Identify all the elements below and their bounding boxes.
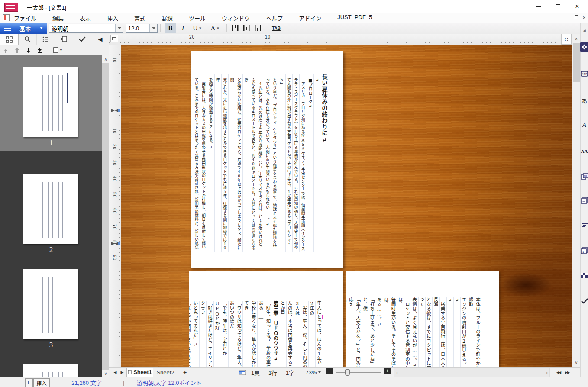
- text-column[interactable]: エンジンの噴射口が2機見える。↵: [453, 297, 468, 367]
- document-copies-icon[interactable]: [580, 196, 588, 205]
- slider-track[interactable]: [336, 372, 381, 373]
- vertical-scrollbar[interactable]: ∧ ∨: [572, 34, 581, 367]
- outline-tool-icon[interactable]: [580, 221, 588, 230]
- font-size-tool-icon[interactable]: AA: [580, 146, 588, 155]
- text-column[interactable]: 「でも、時生は、宇宙とかUFOとか好: [213, 301, 228, 367]
- scroll-down-button[interactable]: ∨: [572, 358, 581, 366]
- dropdown-button[interactable]: [149, 24, 157, 32]
- text-column[interactable]: ロケットと交信する管制室の中には、: [397, 297, 411, 367]
- menu-item[interactable]: 表示: [80, 14, 91, 22]
- move-first-button[interactable]: [0, 47, 11, 53]
- text-column[interactable]: アメリカ・フロリダ州にあるNASAケネディ宇宙センターでは、恒星間宇宙船（インタ…: [299, 74, 306, 252]
- page-number-tool-icon[interactable]: 1-: [580, 246, 588, 255]
- ruler-corner-icon[interactable]: [110, 35, 118, 42]
- tab-button[interactable]: TAB: [269, 23, 284, 33]
- text-column[interactable]: 発射台には、大きなカメの甲羅を思わせる楕円形状のロケットが待機し、朝日を反射して…: [200, 74, 207, 252]
- scrollbar-thumb[interactable]: [573, 43, 580, 82]
- date-tool-icon[interactable]: 112: [580, 69, 588, 78]
- horizontal-scrollbar[interactable]: ‹ ›: [394, 368, 550, 377]
- close-button[interactable]: ×: [568, 0, 587, 13]
- text-column[interactable]: 学校に着くなり、隼人が話しかけてき: [242, 301, 257, 367]
- text-column[interactable]: て太陽系の外に飛び出す有人宇宙ロケットだ。その行き先は、4光年先にある「プロキシ…: [278, 74, 292, 252]
- page-boundary-marker[interactable]: [111, 242, 120, 246]
- move-down-button[interactable]: [23, 47, 34, 53]
- text-column[interactable]: 搭乗する宇宙飛行士は、日本人の長瀬: [432, 297, 446, 367]
- text-column[interactable]: 笹岡時生がいる。そしてそのそばには、: [383, 297, 397, 367]
- text-column[interactable]: 表情は、よく見えないが……。↵: [411, 297, 418, 367]
- sheet-tab-2[interactable]: Sheet2: [153, 368, 178, 377]
- just-palette-icon[interactable]: [580, 42, 588, 52]
- panel-collapse-button[interactable]: ◀: [91, 34, 109, 45]
- text-column[interactable]: 第三章 ＵＦＯのウワサ↵: [271, 301, 279, 367]
- text-column[interactable]: っている。水の存在も分かっていて、人間に近い生物がいるかもしれない――。↵: [264, 74, 271, 252]
- pattern-tool-icon[interactable]: [580, 271, 588, 280]
- menu-item[interactable]: 挿入: [107, 14, 118, 22]
- text-column[interactable]: を越える時間が経過することになる。↵: [207, 74, 214, 252]
- text-column[interactable]: ある……。↵: [376, 297, 383, 367]
- document-page-1[interactable]: 長い夏休みの終わりに↵↵■プロローグ↵ アメリカ・フロリダ州にあるNASAケネデ…: [191, 51, 343, 268]
- text-column[interactable]: 「なんだか面倒くさいな。時生の言って: [189, 301, 192, 367]
- text-column[interactable]: いと思ってるんだ」↵: [192, 301, 199, 367]
- menu-item[interactable]: ウィンドウ: [222, 14, 250, 22]
- move-up-button[interactable]: [11, 47, 23, 53]
- zoom-in-button[interactable]: +: [384, 368, 391, 374]
- page-boundary-marker[interactable]: [111, 108, 120, 113]
- font-name-select[interactable]: 游明朝: [49, 24, 123, 33]
- zoom-slider[interactable]: [335, 368, 383, 377]
- proof-tool-icon[interactable]: [580, 297, 588, 306]
- scroll-up-button[interactable]: ∧: [572, 35, 581, 42]
- thumbnail-page-2[interactable]: 2: [0, 162, 102, 258]
- menu-item[interactable]: ヘルプ: [266, 14, 283, 22]
- text-column[interactable]: テラ・スペースクラフト）を打ち上げる準備が進んでいる。これは周知の通り、人類史上…: [292, 74, 299, 252]
- text-column[interactable]: 4光年とは、光の速度で4年かかる距離のこと。宇宙サイズで考えれば、とても近いけれ…: [257, 74, 264, 252]
- add-sheet-button[interactable]: +: [180, 368, 190, 377]
- preset-selector[interactable]: 基本 ▼: [0, 23, 47, 34]
- thumbnail-page-3[interactable]: 3: [0, 258, 102, 353]
- text-column[interactable]: 発された、光に近い速度を出すことができるロケットでも片道5年、往復する間に地球で…: [214, 74, 229, 252]
- text-column[interactable]: という星だ。「プロキシマ・ケンタウリ」という恒星をまわる惑星で、地球とよく似た環…: [271, 74, 278, 252]
- text-column[interactable]: 「好きは好きだけど、エイリアンクラフ: [199, 301, 213, 367]
- align-center-button[interactable]: [241, 23, 252, 33]
- bold-button[interactable]: B: [165, 23, 176, 33]
- f-mode-button[interactable]: F: [25, 378, 33, 387]
- scroll-up-button[interactable]: ∧: [102, 55, 109, 63]
- tab-proof[interactable]: [73, 34, 91, 45]
- sheet-next-button[interactable]: ▶: [119, 368, 126, 377]
- align-bottom-button[interactable]: [252, 23, 263, 33]
- text-column[interactable]: ている。これまでのロケットとはまったく異なる方法で設計され、新開発の燃料と、新し…: [193, 74, 200, 252]
- document-icon[interactable]: [3, 14, 10, 21]
- text-column[interactable]: 「ウワサは知ってるけど、隼人、あいつの話だ: [228, 301, 243, 367]
- document-canvas[interactable]: 長い夏休みの終わりに↵↵■プロローグ↵ アメリカ・フロリダ州にあるNASAケネデ…: [121, 45, 572, 367]
- menu-item[interactable]: 編集: [52, 14, 64, 22]
- text-column[interactable]: 長い夏休みの終わりに↵: [321, 74, 328, 252]
- font-style-tool-icon[interactable]: A: [580, 121, 588, 129]
- text-column[interactable]: たのは、本当は円香と再会することが目: [279, 301, 294, 367]
- thumbnail-page-1[interactable]: 1: [0, 55, 102, 151]
- text-column[interactable]: 隼人にとっては、ほんの1年か2年の: [308, 301, 323, 367]
- scroll-right-button[interactable]: ›: [546, 369, 548, 376]
- underline-button[interactable]: U▼: [190, 23, 205, 33]
- tab-search[interactable]: [19, 34, 37, 45]
- font-color-button[interactable]: A▼: [207, 23, 224, 33]
- restore-button[interactable]: [548, 0, 567, 13]
- menu-item[interactable]: 書式: [134, 14, 145, 22]
- scroll-left-button[interactable]: ‹: [396, 369, 398, 376]
- menu-item[interactable]: ファイル: [14, 14, 36, 22]
- align-top-button[interactable]: [229, 23, 241, 33]
- text-column[interactable]: ふだん使っているキロメートルで表すと、約40兆キロメートル。人間にとっては気が遠…: [242, 74, 257, 252]
- text-column[interactable]: ど途方もない距離だ。従来のロケットなら、片道で40年以上はかかってしまうだろう。…: [228, 74, 242, 252]
- scroll-down-button[interactable]: ∨: [102, 370, 109, 377]
- page-view-option-button[interactable]: ▼: [51, 47, 65, 53]
- doc-close-button[interactable]: ×: [581, 15, 587, 21]
- menu-item[interactable]: アドイン: [299, 14, 321, 22]
- sheet-tab-1[interactable]: Sheet1: [126, 368, 153, 377]
- column-button[interactable]: C: [561, 34, 572, 45]
- menu-item[interactable]: JUST_PDF_5: [337, 14, 372, 22]
- menu-item[interactable]: ツール: [189, 14, 206, 22]
- sheet-prev-button[interactable]: ◀: [112, 368, 119, 377]
- document-page-2[interactable]: 隼人にとっては、ほんの1年か2年の 実は、隼人、僕、そして円香の3人はたのは、本…: [189, 271, 343, 367]
- text-column[interactable]: となる彼は、すでにコクピットに座って: [418, 297, 432, 367]
- dropdown-button[interactable]: [115, 24, 123, 32]
- italic-button[interactable]: I: [178, 23, 188, 33]
- move-last-button[interactable]: [34, 47, 45, 53]
